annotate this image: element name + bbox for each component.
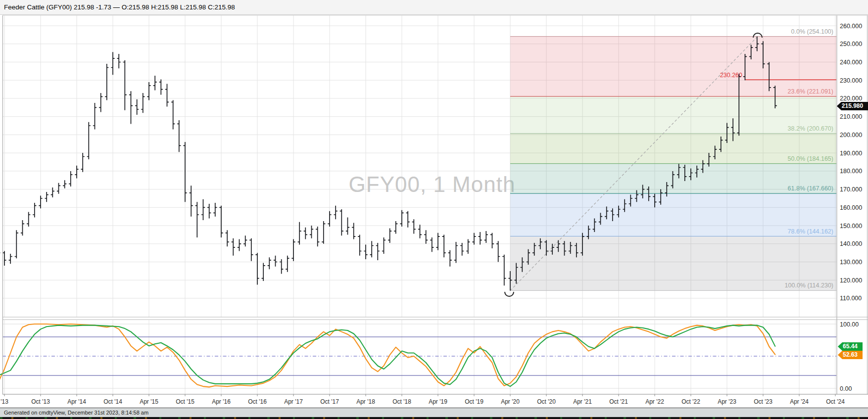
fib-level-label: 38.2% (200.670) xyxy=(788,125,833,132)
watermark: GFY00, 1 Month xyxy=(349,172,516,196)
indicator-axis[interactable] xyxy=(837,320,868,394)
time-axis[interactable] xyxy=(2,395,836,408)
symbol-summary-text: Feeder Cattle (GFY00) 215.98 -1.73 — O:2… xyxy=(4,3,235,11)
generated-status-bar: Generated on cmdtyView, December 31st 20… xyxy=(0,408,868,417)
cropped-bottom-strip xyxy=(0,417,868,419)
fib-level-label: 100.0% (114.230) xyxy=(785,282,833,289)
fib-low-anchor-marker xyxy=(505,292,514,296)
fib-level-label: 50.0% (184.165) xyxy=(788,155,833,162)
fib-level-label: 0.0% (254.100) xyxy=(791,28,833,35)
fibonacci-retracement: 230.2600.0% (254.100)23.6% (221.091)38.2… xyxy=(510,28,836,291)
stochastic-indicator xyxy=(0,324,836,387)
indicator-line-orange xyxy=(0,324,775,387)
panel-splitter[interactable] xyxy=(2,316,868,322)
fib-level-label: 61.8% (167.660) xyxy=(788,185,833,192)
price-chart-canvas[interactable]: GFY00, 1 Month230.2600.0% (254.100)23.6%… xyxy=(0,15,868,408)
indicator-line-green xyxy=(0,326,775,387)
fib-level-label: 23.6% (221.091) xyxy=(788,88,833,95)
symbol-summary-bar: Feeder Cattle (GFY00) 215.98 -1.73 — O:2… xyxy=(0,0,868,15)
generated-timestamp: Generated on cmdtyView, December 31st 20… xyxy=(4,410,148,416)
fib-level-label: 78.6% (144.162) xyxy=(788,228,833,235)
price-axis[interactable] xyxy=(837,15,868,317)
chart-window: Feeder Cattle (GFY00) 215.98 -1.73 — O:2… xyxy=(0,0,868,419)
